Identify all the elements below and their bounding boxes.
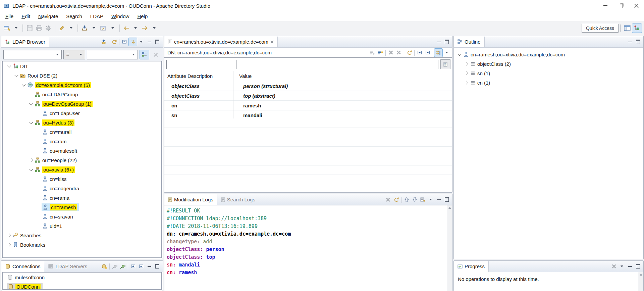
maximize-panel-button[interactable] bbox=[153, 262, 161, 271]
open-connection-button[interactable] bbox=[100, 38, 108, 46]
newer-log-button[interactable] bbox=[411, 196, 419, 204]
value-filter-input[interactable] bbox=[236, 60, 438, 69]
connection-item-mulesoftconn[interactable]: mulesoftconn bbox=[3, 273, 161, 282]
export-dropdown[interactable] bbox=[108, 24, 117, 33]
link-with-editor-button[interactable] bbox=[128, 38, 137, 46]
tree-item-searches[interactable]: Searches bbox=[3, 231, 161, 240]
tree-item-cn-nagendra[interactable]: cn=nagendra bbox=[3, 184, 161, 193]
minimize-panel-button[interactable] bbox=[626, 38, 634, 46]
minimize-panel-button[interactable] bbox=[145, 38, 153, 46]
tree-item-cn-sravan[interactable]: cn=sravan bbox=[3, 212, 161, 221]
tab-ldap-browser[interactable]: LDAP Browser bbox=[1, 36, 49, 47]
tree-item-uid-1[interactable]: uid=1 bbox=[3, 221, 161, 231]
tree-item-cn-ldapuser[interactable]: cn=LdapUser bbox=[3, 108, 161, 118]
minimize-panel-button[interactable] bbox=[435, 196, 443, 204]
edit-entry-button[interactable] bbox=[57, 24, 66, 33]
view-menu-button[interactable] bbox=[618, 262, 626, 271]
tab-modification-logs[interactable]: Modification Logs bbox=[164, 194, 217, 205]
tree-item-ou-mulesoft[interactable]: ou=mulesoft bbox=[3, 146, 161, 155]
maximize-panel-button[interactable] bbox=[443, 38, 451, 46]
new-connection-button[interactable] bbox=[100, 262, 108, 271]
older-log-button[interactable] bbox=[402, 196, 411, 204]
expander-icon[interactable] bbox=[463, 62, 469, 65]
expander-icon[interactable] bbox=[28, 103, 34, 105]
menu-item-file[interactable]: File bbox=[1, 12, 17, 20]
tree-item-cn-kiss[interactable]: cn=kiss bbox=[3, 174, 161, 184]
expander-icon[interactable] bbox=[463, 72, 469, 75]
tree-item-dit[interactable]: DIT bbox=[3, 61, 161, 71]
outline-item-sn[interactable]: sn (1) bbox=[454, 68, 643, 78]
disconnect-button[interactable] bbox=[111, 262, 119, 271]
back-button[interactable] bbox=[121, 24, 131, 33]
collapse-all-button[interactable] bbox=[120, 38, 128, 46]
cancel-operation-button[interactable] bbox=[610, 262, 618, 271]
tree-item-cn-ramesh[interactable]: cn=ramesh bbox=[3, 202, 161, 212]
back-dropdown[interactable] bbox=[131, 24, 140, 33]
menu-item-navigate[interactable]: Navigate bbox=[34, 12, 62, 20]
filter-attribute-combo[interactable] bbox=[3, 50, 62, 59]
expander-icon[interactable] bbox=[13, 75, 19, 77]
menu-item-ldap[interactable]: LDAP bbox=[86, 12, 107, 20]
attribute-filter-input[interactable] bbox=[166, 60, 234, 69]
tree-item-ou-hydus[interactable]: ou=Hydus (3) bbox=[3, 118, 161, 127]
tab-progress[interactable]: Progress bbox=[454, 261, 489, 272]
clear-filter-button[interactable] bbox=[151, 50, 161, 59]
forward-dropdown[interactable] bbox=[150, 24, 159, 33]
expand-all-button[interactable] bbox=[416, 49, 424, 57]
new-value-button[interactable] bbox=[368, 49, 376, 57]
tree-item-bookmarks[interactable]: Bookmarks bbox=[3, 240, 161, 249]
import-button[interactable] bbox=[80, 24, 89, 33]
tab-search-logs[interactable]: Search Logs bbox=[217, 194, 259, 205]
column-attribute-description[interactable]: Attribute Description bbox=[164, 73, 236, 79]
run-button[interactable] bbox=[44, 24, 53, 33]
maximize-panel-button[interactable] bbox=[634, 262, 642, 271]
table-row[interactable]: objectClass top (abstract) bbox=[164, 91, 452, 101]
edit-dropdown[interactable] bbox=[66, 24, 76, 33]
tree-item-ou-xtivia[interactable]: ou=xtivia (6+) bbox=[3, 165, 161, 174]
maximize-panel-button[interactable] bbox=[153, 38, 161, 46]
expander-icon[interactable] bbox=[28, 169, 34, 171]
forward-button[interactable] bbox=[140, 24, 150, 33]
ldap-perspective-button[interactable] bbox=[632, 23, 642, 33]
close-tab-icon[interactable] bbox=[270, 40, 274, 44]
menu-item-window[interactable]: Window bbox=[107, 12, 133, 20]
outline-root-entry[interactable]: cn=ramesh,ou=xtivia,dc=example,dc=com bbox=[454, 50, 643, 59]
expander-icon[interactable] bbox=[6, 234, 12, 237]
quick-access-button[interactable]: Quick Access bbox=[582, 24, 619, 33]
delete-value-button[interactable] bbox=[387, 49, 395, 57]
tab-entry-editor[interactable]: cn=ramesh,ou=xtivia,dc=example,dc=com bbox=[164, 36, 278, 47]
expander-icon[interactable] bbox=[457, 54, 463, 55]
tab-outline[interactable]: Outline bbox=[454, 36, 485, 47]
collapse-all-button[interactable] bbox=[424, 49, 432, 57]
tree-item-root-dse[interactable]: Root DSE (2) bbox=[3, 71, 161, 80]
progress-scrollbar[interactable] bbox=[638, 272, 643, 291]
close-button[interactable] bbox=[629, 0, 644, 11]
delete-all-values-button[interactable] bbox=[395, 49, 403, 57]
expand-all-button[interactable] bbox=[129, 262, 137, 271]
collapse-all-button[interactable] bbox=[137, 262, 145, 271]
connection-item-oudconn[interactable]: OUDConn bbox=[3, 282, 161, 290]
expander-icon[interactable] bbox=[21, 84, 27, 86]
menu-item-help[interactable]: Help bbox=[133, 12, 152, 20]
export-button[interactable] bbox=[99, 24, 108, 33]
refresh-button[interactable] bbox=[405, 49, 413, 57]
view-menu-button[interactable] bbox=[137, 38, 145, 46]
new-button[interactable] bbox=[2, 24, 11, 33]
filter-children-button[interactable] bbox=[140, 50, 149, 59]
tab-ldap-servers[interactable]: LDAP Servers bbox=[44, 261, 91, 272]
minimize-button[interactable] bbox=[598, 0, 613, 11]
expander-icon[interactable] bbox=[6, 243, 12, 246]
table-row[interactable]: objectClass person (structural) bbox=[164, 81, 452, 91]
menu-item-edit[interactable]: Edit bbox=[17, 12, 34, 20]
save-button[interactable] bbox=[25, 24, 34, 33]
outline-item-objectclass[interactable]: objectClass (2) bbox=[454, 59, 643, 68]
view-menu-button[interactable] bbox=[443, 49, 451, 57]
expander-icon[interactable] bbox=[28, 122, 34, 124]
minimize-panel-button[interactable] bbox=[626, 262, 634, 271]
refresh-button[interactable] bbox=[110, 38, 118, 46]
import-dropdown[interactable] bbox=[89, 24, 99, 33]
filter-operator-combo[interactable]: = bbox=[63, 50, 86, 59]
clear-log-button[interactable] bbox=[384, 196, 392, 204]
refresh-log-button[interactable] bbox=[392, 196, 400, 204]
outline-item-cn[interactable]: cn (1) bbox=[454, 78, 643, 87]
